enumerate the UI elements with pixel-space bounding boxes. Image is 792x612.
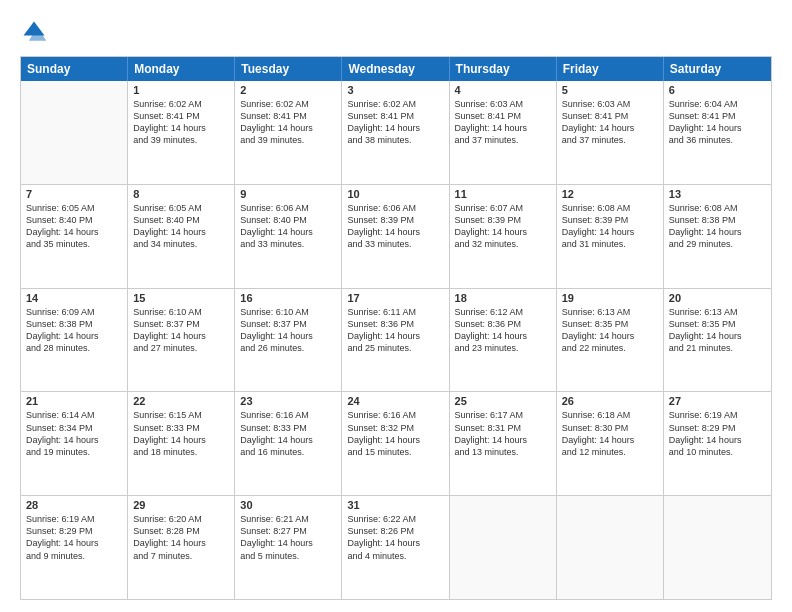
day-number: 4 xyxy=(455,84,551,96)
day-info: Sunrise: 6:02 AM Sunset: 8:41 PM Dayligh… xyxy=(347,98,443,147)
day-info: Sunrise: 6:14 AM Sunset: 8:34 PM Dayligh… xyxy=(26,409,122,458)
calendar-cell: 1Sunrise: 6:02 AM Sunset: 8:41 PM Daylig… xyxy=(128,81,235,184)
day-number: 17 xyxy=(347,292,443,304)
day-number: 10 xyxy=(347,188,443,200)
calendar-cell: 3Sunrise: 6:02 AM Sunset: 8:41 PM Daylig… xyxy=(342,81,449,184)
day-info: Sunrise: 6:21 AM Sunset: 8:27 PM Dayligh… xyxy=(240,513,336,562)
day-info: Sunrise: 6:07 AM Sunset: 8:39 PM Dayligh… xyxy=(455,202,551,251)
day-info: Sunrise: 6:17 AM Sunset: 8:31 PM Dayligh… xyxy=(455,409,551,458)
day-info: Sunrise: 6:12 AM Sunset: 8:36 PM Dayligh… xyxy=(455,306,551,355)
calendar-cell: 8Sunrise: 6:05 AM Sunset: 8:40 PM Daylig… xyxy=(128,185,235,288)
calendar-cell: 21Sunrise: 6:14 AM Sunset: 8:34 PM Dayli… xyxy=(21,392,128,495)
day-info: Sunrise: 6:18 AM Sunset: 8:30 PM Dayligh… xyxy=(562,409,658,458)
day-info: Sunrise: 6:10 AM Sunset: 8:37 PM Dayligh… xyxy=(240,306,336,355)
day-number: 29 xyxy=(133,499,229,511)
day-info: Sunrise: 6:19 AM Sunset: 8:29 PM Dayligh… xyxy=(26,513,122,562)
day-number: 21 xyxy=(26,395,122,407)
day-number: 31 xyxy=(347,499,443,511)
calendar-cell: 14Sunrise: 6:09 AM Sunset: 8:38 PM Dayli… xyxy=(21,289,128,392)
day-info: Sunrise: 6:22 AM Sunset: 8:26 PM Dayligh… xyxy=(347,513,443,562)
day-number: 15 xyxy=(133,292,229,304)
day-info: Sunrise: 6:13 AM Sunset: 8:35 PM Dayligh… xyxy=(669,306,766,355)
logo-icon xyxy=(20,18,48,46)
calendar-cell: 15Sunrise: 6:10 AM Sunset: 8:37 PM Dayli… xyxy=(128,289,235,392)
weekday-header-monday: Monday xyxy=(128,57,235,81)
calendar-cell: 18Sunrise: 6:12 AM Sunset: 8:36 PM Dayli… xyxy=(450,289,557,392)
calendar-cell: 31Sunrise: 6:22 AM Sunset: 8:26 PM Dayli… xyxy=(342,496,449,599)
calendar-cell: 10Sunrise: 6:06 AM Sunset: 8:39 PM Dayli… xyxy=(342,185,449,288)
weekday-header-friday: Friday xyxy=(557,57,664,81)
calendar-week-2: 7Sunrise: 6:05 AM Sunset: 8:40 PM Daylig… xyxy=(21,184,771,288)
day-number: 8 xyxy=(133,188,229,200)
weekday-header-thursday: Thursday xyxy=(450,57,557,81)
day-number: 7 xyxy=(26,188,122,200)
calendar-cell: 4Sunrise: 6:03 AM Sunset: 8:41 PM Daylig… xyxy=(450,81,557,184)
day-number: 3 xyxy=(347,84,443,96)
calendar-cell: 20Sunrise: 6:13 AM Sunset: 8:35 PM Dayli… xyxy=(664,289,771,392)
logo xyxy=(20,18,52,46)
weekday-header-wednesday: Wednesday xyxy=(342,57,449,81)
calendar-week-1: 1Sunrise: 6:02 AM Sunset: 8:41 PM Daylig… xyxy=(21,81,771,184)
day-number: 20 xyxy=(669,292,766,304)
calendar-cell xyxy=(450,496,557,599)
day-info: Sunrise: 6:15 AM Sunset: 8:33 PM Dayligh… xyxy=(133,409,229,458)
calendar-cell: 19Sunrise: 6:13 AM Sunset: 8:35 PM Dayli… xyxy=(557,289,664,392)
calendar-cell: 5Sunrise: 6:03 AM Sunset: 8:41 PM Daylig… xyxy=(557,81,664,184)
day-info: Sunrise: 6:08 AM Sunset: 8:39 PM Dayligh… xyxy=(562,202,658,251)
calendar-cell: 22Sunrise: 6:15 AM Sunset: 8:33 PM Dayli… xyxy=(128,392,235,495)
calendar-cell: 30Sunrise: 6:21 AM Sunset: 8:27 PM Dayli… xyxy=(235,496,342,599)
calendar-cell xyxy=(664,496,771,599)
calendar-cell: 25Sunrise: 6:17 AM Sunset: 8:31 PM Dayli… xyxy=(450,392,557,495)
day-number: 22 xyxy=(133,395,229,407)
day-number: 5 xyxy=(562,84,658,96)
page: SundayMondayTuesdayWednesdayThursdayFrid… xyxy=(0,0,792,612)
day-info: Sunrise: 6:19 AM Sunset: 8:29 PM Dayligh… xyxy=(669,409,766,458)
calendar-cell: 9Sunrise: 6:06 AM Sunset: 8:40 PM Daylig… xyxy=(235,185,342,288)
day-info: Sunrise: 6:05 AM Sunset: 8:40 PM Dayligh… xyxy=(26,202,122,251)
calendar-cell: 17Sunrise: 6:11 AM Sunset: 8:36 PM Dayli… xyxy=(342,289,449,392)
day-info: Sunrise: 6:11 AM Sunset: 8:36 PM Dayligh… xyxy=(347,306,443,355)
calendar-cell: 12Sunrise: 6:08 AM Sunset: 8:39 PM Dayli… xyxy=(557,185,664,288)
day-info: Sunrise: 6:16 AM Sunset: 8:32 PM Dayligh… xyxy=(347,409,443,458)
calendar-cell: 23Sunrise: 6:16 AM Sunset: 8:33 PM Dayli… xyxy=(235,392,342,495)
day-info: Sunrise: 6:08 AM Sunset: 8:38 PM Dayligh… xyxy=(669,202,766,251)
weekday-header-saturday: Saturday xyxy=(664,57,771,81)
day-info: Sunrise: 6:16 AM Sunset: 8:33 PM Dayligh… xyxy=(240,409,336,458)
day-info: Sunrise: 6:20 AM Sunset: 8:28 PM Dayligh… xyxy=(133,513,229,562)
calendar-header: SundayMondayTuesdayWednesdayThursdayFrid… xyxy=(21,57,771,81)
calendar-cell: 27Sunrise: 6:19 AM Sunset: 8:29 PM Dayli… xyxy=(664,392,771,495)
calendar-cell xyxy=(21,81,128,184)
weekday-header-sunday: Sunday xyxy=(21,57,128,81)
day-number: 11 xyxy=(455,188,551,200)
calendar-cell: 13Sunrise: 6:08 AM Sunset: 8:38 PM Dayli… xyxy=(664,185,771,288)
day-number: 27 xyxy=(669,395,766,407)
day-number: 14 xyxy=(26,292,122,304)
calendar-week-4: 21Sunrise: 6:14 AM Sunset: 8:34 PM Dayli… xyxy=(21,391,771,495)
calendar-cell: 2Sunrise: 6:02 AM Sunset: 8:41 PM Daylig… xyxy=(235,81,342,184)
day-info: Sunrise: 6:06 AM Sunset: 8:39 PM Dayligh… xyxy=(347,202,443,251)
day-info: Sunrise: 6:03 AM Sunset: 8:41 PM Dayligh… xyxy=(562,98,658,147)
day-number: 9 xyxy=(240,188,336,200)
day-info: Sunrise: 6:02 AM Sunset: 8:41 PM Dayligh… xyxy=(133,98,229,147)
calendar-cell: 6Sunrise: 6:04 AM Sunset: 8:41 PM Daylig… xyxy=(664,81,771,184)
calendar-cell xyxy=(557,496,664,599)
day-number: 2 xyxy=(240,84,336,96)
day-info: Sunrise: 6:02 AM Sunset: 8:41 PM Dayligh… xyxy=(240,98,336,147)
calendar-cell: 28Sunrise: 6:19 AM Sunset: 8:29 PM Dayli… xyxy=(21,496,128,599)
calendar-cell: 26Sunrise: 6:18 AM Sunset: 8:30 PM Dayli… xyxy=(557,392,664,495)
calendar-cell: 24Sunrise: 6:16 AM Sunset: 8:32 PM Dayli… xyxy=(342,392,449,495)
calendar-week-5: 28Sunrise: 6:19 AM Sunset: 8:29 PM Dayli… xyxy=(21,495,771,599)
calendar-cell: 7Sunrise: 6:05 AM Sunset: 8:40 PM Daylig… xyxy=(21,185,128,288)
day-number: 30 xyxy=(240,499,336,511)
day-number: 24 xyxy=(347,395,443,407)
day-number: 12 xyxy=(562,188,658,200)
day-number: 19 xyxy=(562,292,658,304)
day-info: Sunrise: 6:05 AM Sunset: 8:40 PM Dayligh… xyxy=(133,202,229,251)
day-info: Sunrise: 6:03 AM Sunset: 8:41 PM Dayligh… xyxy=(455,98,551,147)
day-number: 23 xyxy=(240,395,336,407)
day-number: 16 xyxy=(240,292,336,304)
weekday-header-tuesday: Tuesday xyxy=(235,57,342,81)
calendar-body: 1Sunrise: 6:02 AM Sunset: 8:41 PM Daylig… xyxy=(21,81,771,599)
day-info: Sunrise: 6:10 AM Sunset: 8:37 PM Dayligh… xyxy=(133,306,229,355)
day-number: 26 xyxy=(562,395,658,407)
